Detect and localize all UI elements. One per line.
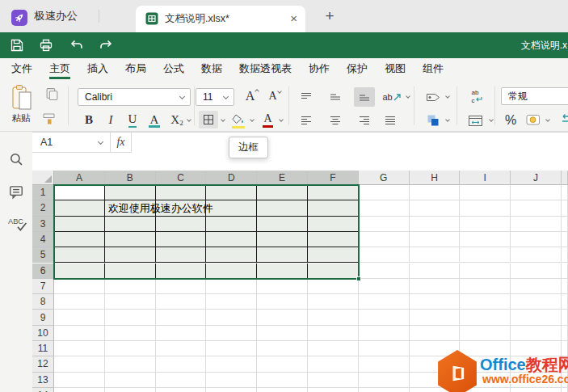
- cell[interactable]: [410, 247, 461, 263]
- cell[interactable]: [54, 373, 105, 388]
- cell[interactable]: [562, 388, 568, 392]
- cell[interactable]: [54, 388, 105, 392]
- menu-item-1[interactable]: 主页: [49, 58, 70, 80]
- cell[interactable]: [257, 373, 308, 388]
- cell[interactable]: [206, 232, 257, 247]
- cell[interactable]: [359, 279, 410, 294]
- cell[interactable]: [410, 294, 461, 310]
- menu-item-7[interactable]: 协作: [309, 58, 330, 80]
- cell[interactable]: [460, 263, 511, 279]
- cell[interactable]: [206, 247, 257, 263]
- cell[interactable]: [562, 310, 568, 325]
- cell[interactable]: [54, 185, 105, 200]
- chevron-down-icon[interactable]: [221, 117, 225, 122]
- cell[interactable]: [156, 217, 207, 232]
- cell[interactable]: [257, 356, 308, 372]
- cell[interactable]: [460, 310, 511, 325]
- cell[interactable]: [410, 185, 461, 200]
- cell[interactable]: [359, 200, 410, 216]
- cell[interactable]: [54, 217, 105, 232]
- cell[interactable]: [511, 185, 562, 200]
- cell[interactable]: [308, 200, 359, 216]
- cell[interactable]: [460, 294, 511, 310]
- cell[interactable]: [308, 294, 359, 310]
- cell[interactable]: [105, 356, 156, 372]
- cell[interactable]: [156, 388, 207, 392]
- cell[interactable]: [562, 200, 568, 216]
- undo-button[interactable]: [69, 38, 84, 53]
- cell[interactable]: [105, 247, 156, 263]
- cell[interactable]: [257, 185, 308, 200]
- column-header-I[interactable]: I: [460, 171, 511, 185]
- cell[interactable]: [156, 356, 207, 372]
- column-header-D[interactable]: D: [206, 171, 257, 185]
- row-header-2[interactable]: 2: [32, 200, 54, 216]
- row-header-5[interactable]: 5: [32, 247, 54, 263]
- chevron-down-icon[interactable]: [445, 117, 450, 122]
- cell[interactable]: [105, 279, 156, 294]
- cell[interactable]: [54, 294, 105, 310]
- cell[interactable]: [359, 373, 410, 388]
- column-header-J[interactable]: J: [511, 171, 562, 185]
- cell[interactable]: [156, 232, 207, 247]
- cell[interactable]: [257, 279, 308, 294]
- cell[interactable]: [460, 200, 511, 216]
- row-header-14[interactable]: 14: [32, 388, 54, 392]
- cell[interactable]: [105, 217, 156, 232]
- cell[interactable]: [359, 217, 410, 232]
- cell[interactable]: [359, 341, 410, 356]
- underline-button[interactable]: U: [124, 112, 141, 128]
- chevron-down-icon[interactable]: [445, 94, 450, 99]
- cell[interactable]: [562, 326, 568, 341]
- cell[interactable]: [359, 326, 410, 341]
- cell[interactable]: [359, 185, 410, 200]
- cell[interactable]: [105, 232, 156, 247]
- cell[interactable]: [511, 200, 562, 216]
- cell[interactable]: [206, 200, 257, 216]
- percent-style-button[interactable]: %: [501, 111, 520, 130]
- cell[interactable]: [359, 356, 410, 372]
- column-header-F[interactable]: F: [308, 171, 359, 185]
- cell[interactable]: [206, 341, 257, 356]
- cell[interactable]: [410, 232, 461, 247]
- search-icon[interactable]: [8, 151, 24, 167]
- cell[interactable]: [156, 326, 207, 341]
- row-header-3[interactable]: 3: [32, 217, 54, 232]
- menu-item-4[interactable]: 公式: [163, 58, 184, 80]
- cell[interactable]: [105, 388, 156, 392]
- row-header-7[interactable]: 7: [32, 279, 54, 294]
- cell[interactable]: [257, 263, 308, 279]
- menu-item-10[interactable]: 组件: [423, 58, 444, 80]
- cell[interactable]: [206, 310, 257, 325]
- justify-button[interactable]: [380, 111, 401, 130]
- cell[interactable]: [410, 263, 461, 279]
- fill-color-button[interactable]: [231, 111, 246, 129]
- app-logo-icon[interactable]: [11, 10, 27, 26]
- spellcheck-icon[interactable]: ABC: [8, 216, 27, 232]
- cell[interactable]: [460, 232, 511, 247]
- column-header-C[interactable]: C: [156, 171, 207, 185]
- cell[interactable]: [410, 326, 461, 341]
- cell[interactable]: [511, 310, 562, 325]
- cell[interactable]: [511, 326, 562, 341]
- cell[interactable]: [562, 185, 568, 200]
- cell[interactable]: [105, 185, 156, 200]
- cell[interactable]: [156, 185, 207, 200]
- cell[interactable]: [54, 326, 105, 341]
- align-middle-button[interactable]: [325, 87, 346, 107]
- number-format-select[interactable]: 常规: [501, 87, 568, 105]
- cell[interactable]: [410, 279, 461, 294]
- cell[interactable]: [206, 263, 257, 279]
- select-all-corner[interactable]: [32, 171, 54, 185]
- menu-item-6[interactable]: 数据透视表: [239, 58, 292, 80]
- cell[interactable]: [206, 373, 257, 388]
- cell[interactable]: [156, 279, 207, 294]
- row-header-6[interactable]: 6: [32, 263, 54, 279]
- column-header-partial[interactable]: [562, 171, 568, 185]
- cell[interactable]: [206, 217, 257, 232]
- chevron-down-icon[interactable]: [279, 117, 284, 122]
- cell[interactable]: [410, 310, 461, 325]
- app-name[interactable]: 极速办公: [34, 0, 78, 32]
- cell[interactable]: [308, 356, 359, 372]
- column-header-H[interactable]: H: [410, 171, 461, 185]
